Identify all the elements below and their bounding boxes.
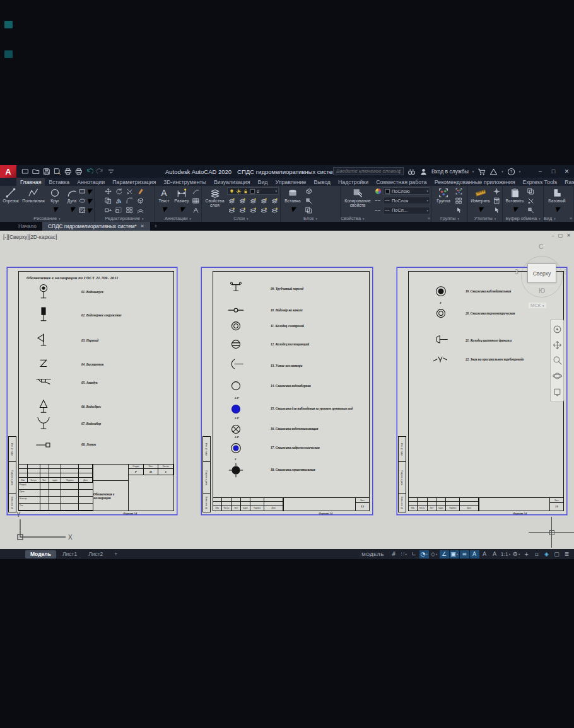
lineweight-display-icon[interactable]: ≡ (460, 550, 469, 558)
clean-screen-icon[interactable]: ▢ (552, 550, 561, 558)
ribbon-tab-вставка[interactable]: Вставка (45, 178, 73, 186)
group-button[interactable]: Группа (433, 187, 454, 215)
brushsm-icon[interactable] (526, 207, 535, 214)
lay-icon[interactable] (249, 197, 257, 204)
leader-icon[interactable] (191, 188, 200, 195)
dim-button[interactable]: Размер▾ (173, 187, 190, 215)
erase-icon[interactable] (136, 188, 145, 195)
ribbon-tab-raster-tools[interactable]: Raster Tools (561, 178, 574, 186)
isolate-objects-icon[interactable]: ▫ (532, 550, 541, 558)
panel-caption[interactable]: Вид▾» (544, 215, 573, 222)
zoom-icon[interactable] (553, 355, 562, 365)
copy-icon[interactable] (304, 207, 313, 214)
annotation-visibility-icon[interactable]: А (470, 550, 479, 558)
lay-icon[interactable] (238, 197, 247, 204)
application-menu-button[interactable]: A (0, 165, 16, 178)
lay-icon[interactable] (259, 197, 268, 204)
snap-mode-icon[interactable]: ∷▾ (399, 550, 409, 558)
panel-caption[interactable]: Утилиты▾ (468, 215, 502, 222)
viewport-controls-label[interactable]: [-][Сверху][2D-каркас] (3, 234, 57, 240)
pan-icon[interactable] (553, 340, 562, 350)
lay-icon[interactable] (227, 207, 236, 214)
copy-icon[interactable] (526, 188, 535, 195)
property-combo-0[interactable]: ПоСлою▾ (383, 187, 430, 195)
polar-tracking-icon[interactable]: ◔▾ (419, 550, 429, 558)
property-combo-1[interactable]: ПоСлок▾ (383, 197, 430, 204)
lay-icon[interactable] (227, 197, 236, 204)
layout-tab-модель[interactable]: Модель (25, 550, 56, 558)
group-icon[interactable] (454, 188, 463, 195)
wcs-dropdown[interactable]: МСК▾ (529, 303, 546, 308)
ribbon-tab-параметризация[interactable]: Параметризация (108, 178, 160, 186)
layers-button[interactable]: Свойства слоя (203, 187, 226, 215)
panel-caption[interactable]: Слои▾ (202, 215, 280, 222)
maximize-button[interactable]: □ (548, 165, 559, 178)
ortho-mode-icon[interactable]: ∟ (409, 550, 419, 558)
property-combo-2[interactable]: ПоСл...▾ (383, 207, 430, 214)
trim-icon[interactable] (126, 188, 134, 195)
viewcube-north[interactable]: С (539, 243, 543, 250)
panel-caption[interactable]: Рисование▾ (0, 215, 94, 222)
search-input[interactable] (334, 168, 403, 174)
ribbon-tab-совместная-работа[interactable]: Совместная работа (372, 178, 431, 186)
cube-icon[interactable] (136, 197, 145, 205)
save-icon[interactable] (42, 168, 51, 176)
help-icon[interactable]: ? (507, 168, 515, 176)
calc-icon[interactable] (492, 197, 501, 205)
workspace-switching-icon[interactable]: ⚙▾ (512, 550, 521, 558)
circle-button[interactable]: Круг▾ (47, 187, 63, 215)
file-tab[interactable]: Начало (13, 222, 42, 231)
cube-icon[interactable] (304, 188, 313, 195)
close-button[interactable]: ✕ (561, 165, 573, 178)
annotation-scale[interactable]: 1:1▾ (500, 550, 511, 558)
fillet-icon[interactable] (126, 197, 134, 205)
drawing-sheet[interactable]: Изм.Кол.уч.Лист№док.ПодписьДатаЛист1209.… (201, 267, 373, 516)
redo-icon[interactable] (96, 168, 105, 176)
line-button[interactable]: Отрезок (1, 187, 20, 215)
grid-display-icon[interactable]: # (389, 550, 399, 558)
drawing-area[interactable]: [-][Сверху][2D-каркас] – ▢ ✕ Обозначения… (0, 231, 574, 549)
panel-caption[interactable]: Буфер обмена▾ (503, 215, 543, 222)
print-icon[interactable] (74, 168, 83, 176)
object-snap-tracking-icon[interactable]: ∠ (440, 550, 449, 558)
lay-icon[interactable] (270, 207, 279, 214)
ribbon-tab-управление[interactable]: Управление (271, 178, 310, 186)
array-icon[interactable] (454, 197, 463, 205)
desktop-icon[interactable] (4, 50, 13, 58)
stretch-icon[interactable] (104, 207, 113, 214)
ruler-button[interactable]: Измерить▾ (469, 187, 491, 215)
clipboard-button[interactable]: Вставить▾ (504, 187, 525, 215)
ribbon-tab-3d-инструменты[interactable]: 3D-инструменты (160, 178, 210, 186)
qsel-icon[interactable] (492, 207, 501, 214)
move-icon[interactable] (104, 188, 113, 195)
new-icon[interactable] (21, 168, 30, 176)
saveas-icon[interactable] (53, 168, 62, 176)
panel-caption[interactable]: Блок▾ (281, 215, 340, 222)
ellipse-icon[interactable]: ▾ (81, 197, 90, 205)
ribbon-tab-визуализация[interactable]: Визуализация (210, 178, 254, 186)
viewport-close-icon[interactable]: ✕ (566, 233, 571, 238)
lshape-button[interactable]: Базовый▾ (545, 187, 569, 215)
desktop-icon[interactable] (4, 21, 13, 28)
table-icon[interactable] (191, 197, 200, 205)
search-binoculars-icon[interactable] (407, 168, 416, 176)
scale-icon[interactable] (115, 207, 124, 214)
hatch-icon[interactable]: ▾ (81, 207, 90, 214)
block-button[interactable]: Вставка▾ (282, 187, 303, 215)
viewport-restore-icon[interactable]: ▢ (558, 233, 563, 238)
cart-icon[interactable] (477, 168, 486, 176)
drawing-sheet[interactable]: Обозначения в мелиорации по ГОСТ 21.709-… (6, 267, 178, 516)
customization-menu-icon[interactable]: ≣ (562, 550, 571, 558)
ribbon-tab-вывод[interactable]: Вывод (310, 178, 334, 186)
graphics-performance-icon[interactable]: ◈ (542, 550, 551, 558)
search-box[interactable] (333, 167, 404, 175)
panel-caption[interactable]: Редактирование▾ (95, 215, 154, 222)
panel-caption[interactable]: Группы▾ (432, 215, 467, 222)
lay-icon[interactable] (259, 207, 268, 214)
annotation-scale-icon-icon[interactable]: А (490, 550, 500, 558)
viewcube-east[interactable]: В (564, 269, 568, 275)
showmotion-icon[interactable] (553, 387, 562, 396)
ribbon-tab-рекомендованные-приложения[interactable]: Рекомендованные приложения (431, 178, 519, 186)
array-icon[interactable] (126, 207, 134, 214)
textA-button[interactable]: АТекст▾ (156, 187, 172, 215)
